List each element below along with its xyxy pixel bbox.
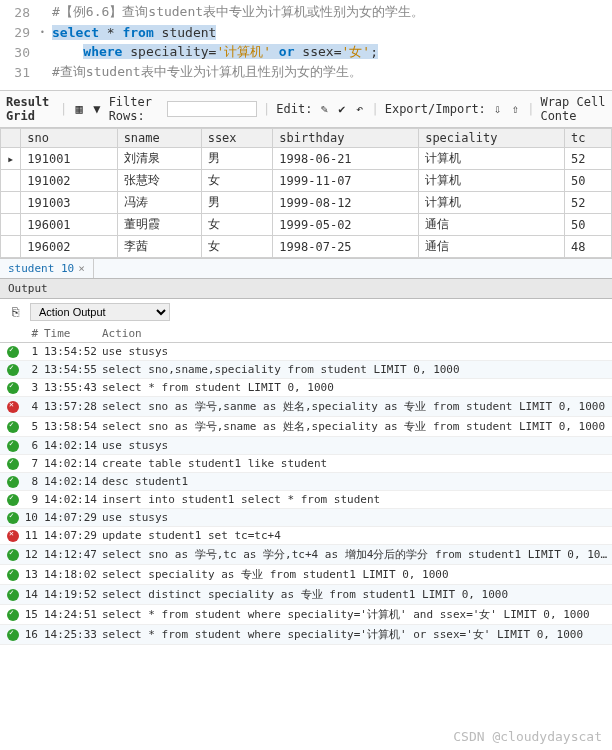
log-row[interactable]: 1314:18:02select speciality as 专业 from s… (0, 565, 612, 585)
export-icon[interactable]: ⇩ (492, 100, 504, 118)
filter-input[interactable] (167, 101, 257, 117)
log-row[interactable]: 1114:07:29update student1 set tc=tc+4 (0, 527, 612, 545)
close-icon[interactable]: × (78, 262, 85, 275)
code-text[interactable]: where speciality='计算机' or ssex='女'; (52, 43, 378, 61)
code-line[interactable]: 28#【例6.6】查询student表中专业为计算机或性别为女的学生。 (0, 2, 612, 22)
edit-icon[interactable]: ✎ (318, 100, 330, 118)
log-row[interactable]: 413:57:28select sno as 学号,sanme as 姓名,sp… (0, 397, 612, 417)
result-tab[interactable]: student 10 × (0, 259, 94, 278)
row-marker[interactable] (1, 214, 21, 236)
log-time: 14:07:29 (44, 511, 102, 524)
grid-icon[interactable]: ▦ (73, 100, 85, 118)
table-row[interactable]: 191002张慧玲女1999-11-07计算机50 (1, 170, 612, 192)
table-row[interactable]: 196001董明霞女1999-05-02通信50 (1, 214, 612, 236)
log-action: select distinct speciality as 专业 from st… (102, 587, 608, 602)
cell[interactable]: 50 (565, 170, 612, 192)
cell[interactable]: 196001 (21, 214, 117, 236)
code-text[interactable]: select * from student (52, 25, 216, 40)
code-line[interactable]: 29•select * from student (0, 22, 612, 42)
log-row[interactable]: 614:02:14use stusys (0, 437, 612, 455)
cell[interactable]: 1999-08-12 (273, 192, 419, 214)
cell[interactable]: 女 (201, 170, 273, 192)
log-num: 13 (22, 568, 44, 581)
log-time: 14:18:02 (44, 568, 102, 581)
cell[interactable]: 女 (201, 214, 273, 236)
code-text[interactable]: #查询student表中专业为计算机且性别为女的学生。 (52, 63, 362, 81)
output-copy-icon[interactable]: ⎘ (6, 303, 24, 321)
cell[interactable]: 董明霞 (117, 214, 201, 236)
revert-icon[interactable]: ↶ (354, 100, 366, 118)
cell[interactable]: 191001 (21, 148, 117, 170)
cell[interactable]: 1998-07-25 (273, 236, 419, 258)
cell[interactable]: 48 (565, 236, 612, 258)
cell[interactable]: 52 (565, 192, 612, 214)
cell[interactable]: 50 (565, 214, 612, 236)
status-ok-icon (7, 609, 19, 621)
cell[interactable]: 1999-05-02 (273, 214, 419, 236)
column-header[interactable]: tc (565, 129, 612, 148)
cell[interactable]: 通信 (419, 214, 565, 236)
log-row[interactable]: 714:02:14create table student1 like stud… (0, 455, 612, 473)
column-header[interactable]: sname (117, 129, 201, 148)
result-grid[interactable]: snosnamessexsbirthdayspecialitytc▸191001… (0, 128, 612, 258)
column-header[interactable]: sbirthday (273, 129, 419, 148)
log-row[interactable]: 1514:24:51select * from student where sp… (0, 605, 612, 625)
status-ok-icon (7, 382, 19, 394)
log-time: 14:19:52 (44, 588, 102, 601)
status-ok-icon (7, 569, 19, 581)
row-marker[interactable] (1, 236, 21, 258)
log-num: 1 (22, 345, 44, 358)
cell[interactable]: 196002 (21, 236, 117, 258)
log-num: 2 (22, 363, 44, 376)
cell[interactable]: 191003 (21, 192, 117, 214)
code-line[interactable]: 30 where speciality='计算机' or ssex='女'; (0, 42, 612, 62)
cell[interactable]: 男 (201, 148, 273, 170)
cell[interactable]: 计算机 (419, 192, 565, 214)
table-row[interactable]: ▸191001刘清泉男1998-06-21计算机52 (1, 148, 612, 170)
cell[interactable]: 张慧玲 (117, 170, 201, 192)
log-row[interactable]: 513:58:54select sno as 学号,sname as 姓名,sp… (0, 417, 612, 437)
log-time: 14:02:14 (44, 475, 102, 488)
cell[interactable]: 计算机 (419, 148, 565, 170)
log-row[interactable]: 113:54:52use stusys (0, 343, 612, 361)
status-ok-icon (7, 346, 19, 358)
cell[interactable]: 男 (201, 192, 273, 214)
code-line[interactable]: 31#查询student表中专业为计算机且性别为女的学生。 (0, 62, 612, 82)
cell[interactable]: 通信 (419, 236, 565, 258)
table-row[interactable]: 196002李茜女1998-07-25通信48 (1, 236, 612, 258)
log-num: 14 (22, 588, 44, 601)
cell[interactable]: 计算机 (419, 170, 565, 192)
row-marker[interactable] (1, 170, 21, 192)
log-row[interactable]: 1614:25:33select * from student where sp… (0, 625, 612, 645)
log-row[interactable]: 1414:19:52select distinct speciality as … (0, 585, 612, 605)
sql-editor[interactable]: 28#【例6.6】查询student表中专业为计算机或性别为女的学生。29•se… (0, 0, 612, 84)
cell[interactable]: 1998-06-21 (273, 148, 419, 170)
cell[interactable]: 1999-11-07 (273, 170, 419, 192)
breakpoint-gutter[interactable]: • (40, 28, 52, 37)
cell[interactable]: 52 (565, 148, 612, 170)
column-header[interactable]: ssex (201, 129, 273, 148)
cell[interactable]: 李茜 (117, 236, 201, 258)
table-row[interactable]: 191003冯涛男1999-08-12计算机52 (1, 192, 612, 214)
cell[interactable]: 刘清泉 (117, 148, 201, 170)
column-header[interactable]: sno (21, 129, 117, 148)
cell[interactable]: 191002 (21, 170, 117, 192)
log-row[interactable]: 1014:07:29use stusys (0, 509, 612, 527)
filter-icon[interactable]: ▼ (91, 100, 103, 118)
log-row[interactable]: 914:02:14insert into student1 select * f… (0, 491, 612, 509)
cell[interactable]: 冯涛 (117, 192, 201, 214)
apply-icon[interactable]: ✔ (336, 100, 348, 118)
import-icon[interactable]: ⇧ (510, 100, 522, 118)
output-type-select[interactable]: Action Output (30, 303, 170, 321)
column-header[interactable]: speciality (419, 129, 565, 148)
log-row[interactable]: 814:02:14desc student1 (0, 473, 612, 491)
log-row[interactable]: 213:54:55select sno,sname,speciality fro… (0, 361, 612, 379)
output-panel-title: Output (0, 278, 612, 299)
log-num: 3 (22, 381, 44, 394)
log-row[interactable]: 313:55:43select * from student LIMIT 0, … (0, 379, 612, 397)
row-marker[interactable] (1, 192, 21, 214)
cell[interactable]: 女 (201, 236, 273, 258)
code-text[interactable]: #【例6.6】查询student表中专业为计算机或性别为女的学生。 (52, 3, 424, 21)
log-row[interactable]: 1214:12:47select sno as 学号,tc as 学分,tc+4… (0, 545, 612, 565)
row-marker[interactable]: ▸ (1, 148, 21, 170)
